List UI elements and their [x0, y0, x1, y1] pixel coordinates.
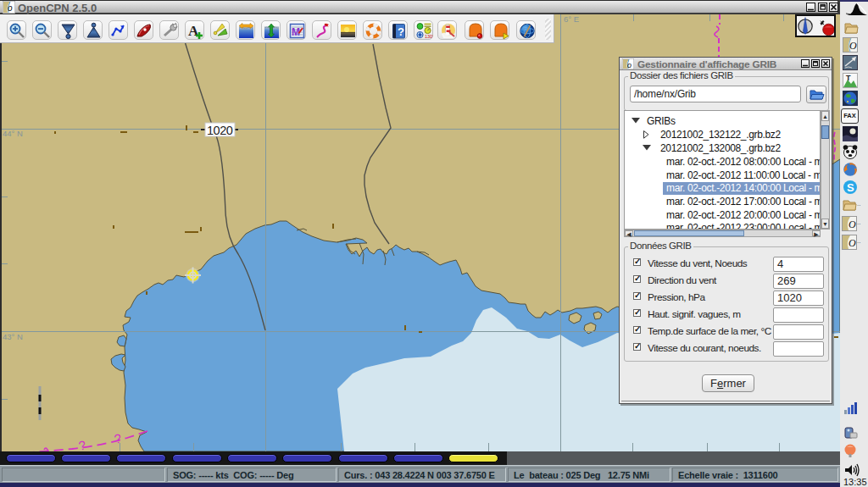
- svg-text:O: O: [849, 219, 856, 230]
- svg-text:44° N: 44° N: [3, 129, 23, 138]
- svg-text:6° E: 6° E: [564, 14, 579, 24]
- svg-text:o: o: [627, 61, 632, 69]
- svg-text:130°: 130°: [425, 34, 433, 39]
- svg-text:T: T: [846, 74, 851, 82]
- svg-text:O: O: [849, 40, 857, 52]
- svg-text:?: ?: [398, 25, 404, 38]
- svg-text:O: O: [849, 237, 856, 249]
- svg-text:S: S: [847, 181, 854, 194]
- svg-text:43° N: 43° N: [3, 332, 23, 341]
- svg-text:1020: 1020: [207, 124, 233, 137]
- svg-text:o: o: [8, 3, 13, 13]
